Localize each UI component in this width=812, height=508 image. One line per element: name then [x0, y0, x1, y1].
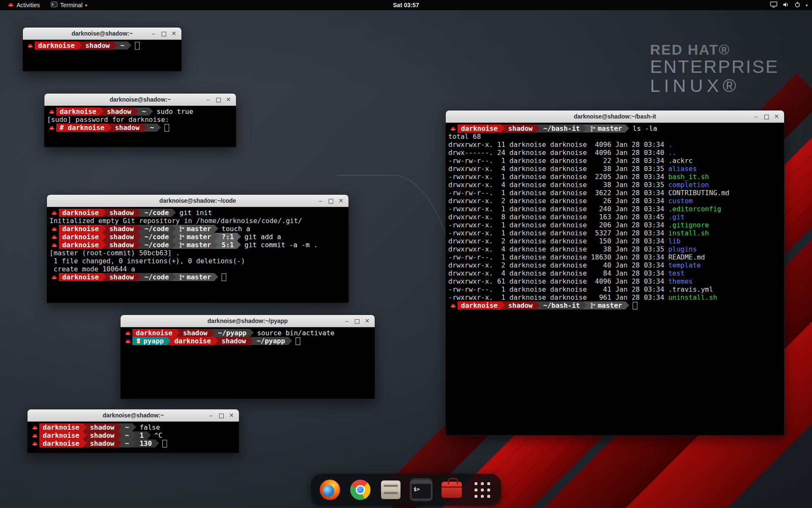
- window-titlebar[interactable]: darknoise@shadow:~ – ✕: [23, 28, 181, 40]
- close-button[interactable]: ✕: [363, 315, 371, 327]
- powerline-separator-arrow: [536, 301, 540, 309]
- minimize-button[interactable]: –: [149, 28, 158, 39]
- command-text: git init: [176, 209, 212, 217]
- terminal-line: darknoiseshadow~false: [30, 423, 236, 431]
- powerline-separator-arrow: [137, 209, 141, 216]
- app-menu-terminal[interactable]: Terminal ▾: [47, 0, 91, 10]
- file-name: .git: [668, 213, 685, 221]
- minimize-button[interactable]: –: [752, 110, 760, 122]
- close-button[interactable]: ✕: [224, 94, 233, 105]
- minimize-button[interactable]: –: [204, 94, 212, 105]
- powerline-separator-arrow: [108, 124, 112, 131]
- redhat-icon: [47, 125, 56, 130]
- redhat-icon: [49, 226, 59, 232]
- command-text: ls -la: [629, 124, 657, 133]
- powerline-separator-arrow: [250, 329, 254, 337]
- powerline-separator: [102, 225, 106, 233]
- powerline-separator-arrow: [102, 241, 106, 248]
- close-button[interactable]: ✕: [337, 195, 345, 207]
- prompt-segment: ~: [117, 41, 128, 50]
- terminal-content[interactable]: darknoiseshadow~falsedarknoiseshadow~1^C…: [27, 422, 239, 453]
- prompt-segment: shadow: [87, 439, 118, 447]
- power-icon[interactable]: [794, 1, 801, 9]
- activities-label: Activities: [16, 2, 40, 8]
- close-button[interactable]: ✕: [772, 110, 781, 122]
- prompt-segment: pyapp: [132, 337, 167, 345]
- window-title: darknoise@shadow:~: [103, 412, 164, 419]
- files-icon[interactable]: [379, 478, 402, 501]
- powerline-separator-arrow: [102, 225, 106, 232]
- terminal-line: total 68: [448, 133, 782, 141]
- powerline-separator-arrow: [172, 233, 176, 240]
- terminal-content[interactable]: darknoiseshadow~/codegit initInitialized…: [47, 207, 348, 303]
- close-button[interactable]: ✕: [227, 409, 236, 421]
- maximize-button[interactable]: [159, 28, 168, 39]
- terminal-window-sudo: darknoise@shadow:~ – ✕ darknoiseshadow~s…: [44, 93, 236, 147]
- prompt-segment: darknoise: [39, 439, 83, 447]
- volume-icon[interactable]: [782, 2, 789, 9]
- powerline-separator-arrow: [214, 233, 218, 240]
- clock[interactable]: Sat 03:57: [393, 2, 419, 8]
- powerline-separator-arrow: [100, 108, 104, 115]
- redhat-icon: [49, 235, 59, 240]
- powerline-separator-arrow: [83, 423, 87, 431]
- maximize-icon: [329, 199, 333, 204]
- prompt-segment: ~/bash-it: [540, 124, 584, 133]
- terminal-content[interactable]: darknoiseshadow~/bash-itmasterls -latota…: [446, 123, 784, 435]
- powerline-separator: [250, 329, 254, 337]
- prompt-segment: darknoise: [59, 225, 102, 233]
- minimize-button[interactable]: –: [207, 409, 215, 421]
- window-titlebar[interactable]: darknoise@shadow:~/bash-it – ✕: [446, 110, 784, 123]
- terminal-line: drwx------. 24 darknoise darknoise 4096 …: [448, 149, 782, 157]
- terminal-content[interactable]: darknoiseshadow~: [23, 40, 181, 71]
- output-text: [master (root-commit) 50bcb63] .: [49, 249, 180, 257]
- powerline-separator-arrow: [147, 431, 151, 439]
- powerline-separator-arrow: [132, 423, 136, 431]
- show-applications-icon[interactable]: [471, 478, 494, 501]
- powerline-separator-arrow: [118, 423, 122, 431]
- powerline-separator: [100, 108, 104, 116]
- activities-button[interactable]: Activities: [3, 0, 44, 10]
- terminal-cursor: [633, 302, 637, 309]
- system-menu-chevron-icon[interactable]: ▾: [806, 3, 808, 8]
- maximize-button[interactable]: [326, 195, 335, 207]
- toolbox-icon[interactable]: [440, 478, 463, 501]
- powerline-separator: [288, 337, 292, 345]
- redhat-icon: [123, 339, 132, 344]
- powerline-separator-arrow: [143, 124, 147, 131]
- output-text: create mode 100644 a: [49, 265, 135, 273]
- file-name: plugins: [668, 245, 697, 253]
- window-titlebar[interactable]: darknoise@shadow:~ – ✕: [27, 409, 239, 422]
- display-settings-icon[interactable]: [770, 1, 777, 9]
- terminal-line: darknoiseshadow~/codemasterS:1git commit…: [49, 241, 346, 249]
- file-name: uninstall.sh: [668, 293, 717, 301]
- prompt-segment: shadow: [82, 41, 113, 50]
- file-attributes: drwxrwxr-x. 8 darknoise darknoise 163 Ja…: [448, 213, 668, 221]
- maximize-button[interactable]: [762, 110, 771, 122]
- powerline-separator-arrow: [214, 337, 218, 345]
- powerline-separator-arrow: [128, 41, 132, 49]
- close-button[interactable]: ✕: [170, 28, 178, 39]
- output-text: Initialized empty Git repository in /hom…: [49, 217, 302, 225]
- redhat-icon: [30, 441, 39, 446]
- window-titlebar[interactable]: darknoise@shadow:~/code – ✕: [47, 195, 348, 207]
- powerline-separator-arrow: [172, 209, 176, 216]
- maximize-button[interactable]: [217, 409, 225, 421]
- chrome-icon[interactable]: [349, 478, 372, 501]
- window-titlebar[interactable]: darknoise@shadow:~/pyapp – ✕: [121, 315, 375, 327]
- terminal-icon[interactable]: [410, 478, 433, 501]
- minimize-button[interactable]: –: [316, 195, 325, 207]
- firefox-icon[interactable]: [318, 478, 341, 501]
- terminal-line: [sudo] password for darknoise:: [47, 116, 233, 124]
- branch-icon: [590, 303, 595, 309]
- prompt-segment: shadow: [104, 108, 135, 116]
- command-text: source bin/activate: [254, 329, 335, 337]
- minimize-button[interactable]: –: [343, 315, 351, 327]
- window-titlebar[interactable]: darknoise@shadow:~ – ✕: [44, 94, 236, 106]
- maximize-button[interactable]: [353, 315, 361, 327]
- terminal-content[interactable]: darknoiseshadow~/pyappsource bin/activat…: [121, 327, 375, 399]
- prompt-segment: shadow: [218, 337, 250, 345]
- terminal-content[interactable]: darknoiseshadow~sudo true[sudo] password…: [44, 106, 236, 147]
- powerline-separator-arrow: [137, 241, 141, 248]
- maximize-button[interactable]: [214, 94, 222, 105]
